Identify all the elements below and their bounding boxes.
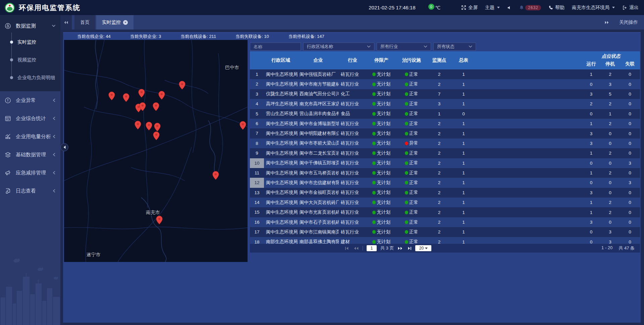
map-pin-icon[interactable] [212, 171, 219, 180]
map-pin-icon[interactable] [135, 121, 141, 129]
cell-industry: 砖瓦行业 [339, 160, 366, 166]
content-panel: 当前在线企业: 44当前失联企业: 3当前在线设备: 211当前失联设备: 10… [63, 32, 641, 323]
sound-mute-button[interactable] [507, 5, 512, 10]
table-row[interactable]: 18南部生态环境局南部县双佛土陶有限公建材无计划正常21030 [250, 237, 640, 244]
page-number-input[interactable]: 1 [367, 245, 377, 251]
table-row[interactable]: 17阆中生态环境局阆中市江南镇阆南页岩砖瓦行业无计划正常21030 [250, 227, 640, 237]
tabs-scroll-left-button[interactable] [60, 15, 72, 30]
sidebar-group-企业用电量分析[interactable]: 企业用电量分析 [0, 127, 60, 146]
sidebar-group-企业综合统计[interactable]: 企业综合统计 [0, 109, 60, 127]
cell-company: 阆中市金博瑞新型墙材 [298, 121, 339, 127]
table-row[interactable]: 6阆中生态环境局阆中市金博瑞新型墙材砖瓦行业无计划正常21120 [250, 119, 640, 128]
industry-filter-select[interactable]: 所有行业 [377, 43, 431, 51]
sidebar-item-视频监控[interactable]: 视频监控 [0, 51, 60, 69]
power-analysis-icon [5, 133, 12, 140]
table-row[interactable]: 2阆中生态环境局阆中市南方节能建材有砖瓦行业无计划正常21030 [250, 79, 640, 89]
map-pin-icon[interactable] [179, 81, 185, 90]
tabs-scroll-right-button[interactable] [604, 20, 609, 24]
table-row[interactable]: 7阆中生态环境局阆中明阳建材有限公司砖瓦行业无计划正常21300 [250, 128, 640, 138]
map-pin-icon[interactable] [146, 122, 152, 130]
table-row[interactable]: 10阆中生态环境局阆中千佛镇五郎垭页岩砖瓦行业无计划正常21003 [250, 158, 640, 168]
map-collapse-handle[interactable] [60, 143, 68, 151]
submenu-dot-icon [10, 76, 13, 79]
name-filter-input[interactable] [250, 43, 301, 51]
last-page-button[interactable] [407, 247, 412, 250]
map-panel[interactable]: 巴中市南充市遂宁市 [64, 40, 248, 262]
cell-limit-status: 无计划 [366, 229, 396, 235]
table-row[interactable]: 3仪陇生态环境局西南油气田分公司川中化工无计划正常71350 [250, 89, 640, 99]
temperature-unit: ℃ [435, 5, 441, 10]
theme-dropdown[interactable]: 主题 [485, 5, 500, 11]
region-filter-select[interactable]: 行政区域名称 [303, 43, 374, 51]
map-pin-icon[interactable] [153, 131, 160, 140]
table-row[interactable]: 8阆中生态环境局阆中市枣碧大梁山页岩砖瓦行业无计划异常21300 [250, 139, 640, 148]
map-pin-icon[interactable] [108, 92, 115, 100]
fullscreen-button[interactable]: 全屏 [461, 5, 478, 11]
enterprise-alert-icon [5, 97, 12, 104]
tab-实时监控[interactable]: 实时监控✕ [96, 15, 133, 30]
sidebar-group-日志查看[interactable]: 日志查看 [0, 182, 60, 200]
cell-stop-count: 1 [600, 111, 620, 116]
cell-lost-count: 3 [620, 180, 640, 185]
cell-lost-count: 0 [620, 151, 640, 156]
user-org-dropdown[interactable]: 南充市生态环境局 [572, 5, 615, 11]
cell-region: 营山生态环境局 [264, 111, 298, 117]
logout-button[interactable]: 退出 [622, 5, 639, 11]
map-pin-icon[interactable] [138, 89, 145, 98]
sidebar-group-企业异常[interactable]: 企业异常 [0, 91, 60, 109]
status-filter-select[interactable]: 所有状态 [433, 43, 476, 51]
cell-limit-status: 无计划 [366, 91, 396, 97]
table-row[interactable]: 15阆中生态环境局阆中市光富页岩机砖厂砖瓦行业无计划正常21120 [250, 207, 640, 217]
map-pin-icon[interactable] [154, 123, 161, 131]
row-index: 17 [250, 227, 264, 237]
table-row[interactable]: 16阆中生态环境局阆中市石子页岩机砖厂砖瓦行业无计划正常21300 [250, 217, 640, 227]
sidebar-group-数据监测[interactable]: 数据监测 [0, 18, 60, 33]
notifications-button[interactable]: 2632 [519, 5, 541, 10]
table-row[interactable]: 14阆中生态环境局阆中大兴页岩机砖厂砖瓦行业无计划正常21120 [250, 198, 640, 207]
first-page-button[interactable] [345, 247, 350, 250]
table-row[interactable]: 13阆中生态环境局阆中市金福旺页岩机砖砖瓦行业无计划正常21300 [250, 188, 640, 198]
cell-facility-status: 正常 [396, 239, 427, 244]
table-row[interactable]: 5营山生态环境局营山县润丰肉食品有限食品无计划正常10010 [250, 109, 640, 119]
close-operations-button[interactable]: 关闭操作 [619, 19, 638, 25]
next-page-button[interactable] [397, 247, 403, 250]
cell-region: 阆中生态环境局 [264, 130, 298, 137]
help-button[interactable]: 帮助 [548, 5, 565, 11]
cell-region: 仪陇生态环境局 [264, 91, 298, 97]
tab-close-icon[interactable]: ✕ [123, 20, 128, 25]
cell-lost-count: 0 [620, 101, 640, 106]
sidebar-item-实时监控[interactable]: 实时监控 [0, 33, 60, 51]
cell-meter-count: 1 [452, 121, 475, 126]
cell-lost-count: 0 [620, 200, 640, 205]
map-pin-icon[interactable] [156, 216, 163, 224]
cell-limit-status: 无计划 [366, 140, 396, 146]
map-pin-icon[interactable] [153, 102, 159, 111]
tab-首页[interactable]: 首页 [74, 15, 95, 30]
sidebar-item-企业电力负荷明细[interactable]: 企业电力负荷明细 [0, 69, 60, 87]
map-pin-icon[interactable] [239, 121, 246, 130]
map-pin-icon[interactable] [123, 93, 129, 102]
cell-run-count: 3 [582, 131, 600, 136]
temperature: 0 ℃ [428, 5, 441, 10]
cell-facility-status: 正常 [396, 180, 427, 186]
cell-run-count: 0 [582, 161, 600, 166]
table-row[interactable]: 12阆中生态环境局阆中市忠信建材有限公砖瓦行业无计划正常21003 [250, 178, 640, 187]
map-pin-icon[interactable] [139, 102, 146, 111]
cell-monitor-count: 2 [427, 210, 452, 215]
prev-page-button[interactable] [354, 247, 359, 250]
table-row[interactable]: 9阆中生态环境局阆中市二龙长宝页岩砖砖瓦行业无计划正常21120 [250, 148, 640, 158]
cell-run-count: 1 [582, 200, 600, 205]
status-dot-icon [405, 181, 408, 184]
cell-meter-count: 1 [452, 170, 475, 175]
table-row[interactable]: 11阆中生态环境局阆中市五马桥页岩机砖砖瓦行业无计划正常21120 [250, 168, 640, 178]
map-pin-icon[interactable] [158, 91, 165, 100]
sidebar-group-基础数据管理[interactable]: 基础数据管理 [0, 146, 60, 164]
table-row[interactable]: 4高坪生态环境局南充市高坪区王家店建砖瓦行业无计划正常31220 [250, 99, 640, 109]
sidebar-group-应急减排管理[interactable]: 应急减排管理 [0, 164, 60, 182]
table-row[interactable]: 1阆中生态环境局阆中强锐页岩砖厂砖瓦行业无计划正常21120 [250, 69, 640, 79]
page-size-select[interactable]: 20 [415, 245, 431, 251]
cell-limit-status: 无计划 [366, 130, 396, 137]
cell-company: 阆中强锐页岩砖厂 [298, 71, 339, 77]
cell-meter-count: 1 [452, 151, 475, 156]
row-index: 10 [250, 158, 264, 168]
